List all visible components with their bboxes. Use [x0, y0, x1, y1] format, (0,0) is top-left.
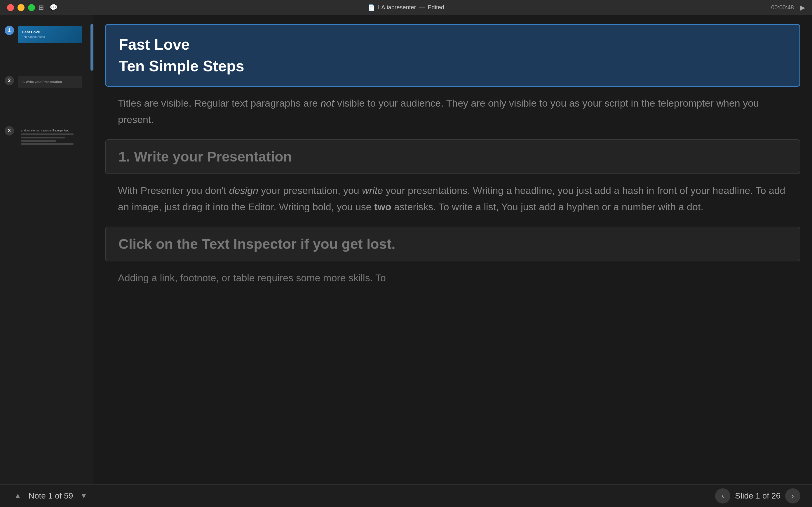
note-navigation: ▲ Note 1 of 59 ▼ — [12, 489, 90, 503]
next-note-button[interactable]: ▼ — [78, 489, 90, 503]
thumb-1-title: Fast Love — [22, 30, 78, 34]
slide-3-heading: Click on the Text Inspector if you get l… — [119, 236, 787, 252]
bottom-bar: ▲ Note 1 of 59 ▼ ‹ Slide 1 of 26 › — [0, 484, 812, 507]
timer-display: 00:00:48 — [771, 4, 794, 11]
slide-number-1: 1 — [5, 26, 14, 35]
scrollbar-thumb — [90, 24, 93, 71]
slide-2-heading: 1. Write your Presentation — [119, 149, 787, 165]
slide-number-3: 3 — [5, 126, 14, 135]
slide-item-2[interactable]: 2 1. Write your Presentation — [0, 71, 90, 121]
slide-thumbnail-3: Click on the Text Inspector if you get l… — [18, 126, 82, 167]
title-separator: — — [419, 4, 425, 11]
slide-1-editor[interactable]: Fast Love Ten Simple Steps — [105, 24, 800, 87]
thumb-line-3 — [21, 140, 56, 142]
image-icon[interactable]: ⊞ — [39, 4, 44, 11]
slide-1-title: Fast Love — [119, 35, 787, 53]
slide-navigation: ‹ Slide 1 of 26 › — [715, 488, 800, 504]
thumb-line-1 — [21, 133, 73, 135]
slide-3-script: Adding a link, footnote, or table requir… — [118, 270, 788, 286]
next-slide-button[interactable]: › — [785, 488, 800, 504]
main-layout: 1 Fast Love Ten Simple Steps 2 1. Write … — [0, 15, 812, 507]
close-button[interactable] — [7, 4, 14, 11]
slide-2-block: 1. Write your Presentation With Presente… — [105, 139, 800, 215]
play-button[interactable]: ▶ — [800, 3, 805, 12]
italic-design: design — [229, 185, 258, 196]
slide-item-1[interactable]: 1 Fast Love Ten Simple Steps — [0, 21, 90, 71]
thumb-line-2 — [21, 137, 65, 138]
italic-write: write — [362, 185, 383, 196]
thumb-3-label: Click on the Text Inspector if you get l… — [21, 129, 79, 132]
note-counter: Note 1 of 59 — [28, 491, 73, 501]
window-title: 📄 LA.iapresenter — Edited — [368, 4, 444, 11]
thumb-line-4 — [21, 143, 73, 145]
maximize-button[interactable] — [28, 4, 35, 11]
minimize-button[interactable] — [17, 4, 24, 11]
slide-3-block: Click on the Text Inspector if you get l… — [105, 227, 800, 286]
slide-thumbnail-2: 1. Write your Presentation — [18, 76, 82, 117]
document-icon: 📄 — [368, 4, 375, 11]
slide-1-block: Fast Love Ten Simple Steps Titles are vi… — [105, 24, 800, 128]
bold-two: two — [374, 201, 391, 212]
slide-item-3[interactable]: 3 Click on the Text Inspector if you get… — [0, 121, 90, 172]
content-area: Fast Love Ten Simple Steps Titles are vi… — [93, 15, 812, 507]
slide-counter: Slide 1 of 26 — [735, 491, 780, 501]
slide-2-editor[interactable]: 1. Write your Presentation — [105, 139, 800, 174]
italic-not: not — [320, 98, 334, 109]
prev-slide-button[interactable]: ‹ — [715, 488, 730, 504]
slide-1-script: Titles are visible. Regular text paragra… — [118, 95, 788, 128]
sidebar-scrollbar[interactable] — [90, 15, 93, 507]
app-title: LA.iapresenter — [378, 4, 416, 11]
slide-1-subtitle: Ten Simple Steps — [119, 57, 787, 75]
slide-2-script: With Presenter you don't design your pre… — [118, 182, 788, 215]
edit-status: Edited — [428, 4, 444, 11]
window-controls: ⊞ 💬 — [7, 4, 58, 11]
slide-number-2: 2 — [5, 76, 14, 85]
slide-thumbnail-1: Fast Love Ten Simple Steps — [18, 26, 82, 67]
thumb-1-subtitle: Ten Simple Steps — [22, 35, 78, 39]
comment-icon[interactable]: 💬 — [50, 4, 58, 11]
titlebar: ⊞ 💬 📄 LA.iapresenter — Edited 00:00:48 ▶ — [0, 0, 812, 15]
slide-3-editor[interactable]: Click on the Text Inspector if you get l… — [105, 227, 800, 262]
thumb-2-text: 1. Write your Presentation — [22, 80, 78, 83]
slides-panel: 1 Fast Love Ten Simple Steps 2 1. Write … — [0, 15, 90, 507]
titlebar-right: 00:00:48 ▶ — [771, 3, 805, 12]
prev-note-button[interactable]: ▲ — [12, 489, 24, 503]
